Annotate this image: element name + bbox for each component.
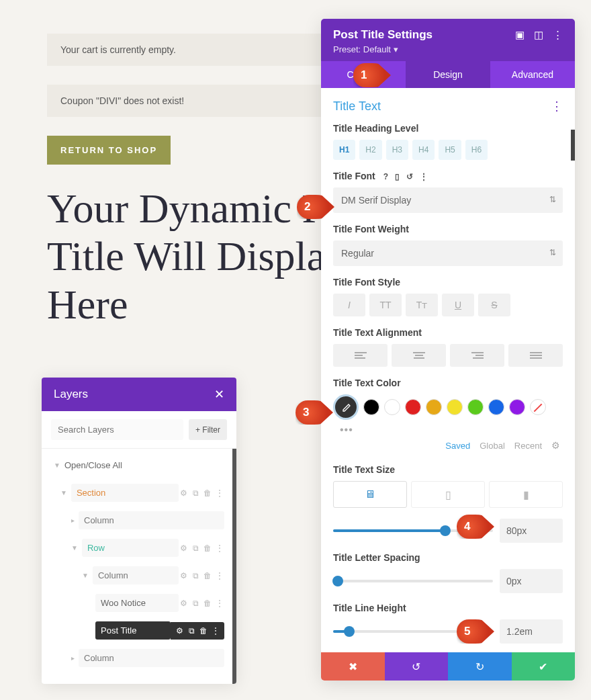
layers-panel: Layers ✕ + Filter ▼ Open/Close All ▼ Sec… bbox=[42, 378, 236, 684]
undo-button[interactable]: ↺ bbox=[385, 652, 449, 681]
layer-row[interactable]: ▼ Row ⚙⧉🗑⋮ bbox=[51, 534, 227, 562]
color-swatch[interactable] bbox=[467, 399, 484, 415]
settings-title: Post Title Settings bbox=[333, 28, 433, 42]
spacing-input[interactable] bbox=[500, 569, 563, 593]
gear-icon[interactable]: ⚙ bbox=[175, 626, 184, 636]
color-tab-saved[interactable]: Saved bbox=[445, 441, 470, 451]
font-label: Title Font ? ▯ ↺ ⋮ bbox=[333, 171, 563, 181]
size-label: Title Text Size bbox=[333, 464, 563, 475]
align-center-button[interactable] bbox=[392, 344, 446, 367]
layer-column[interactable]: ▸ Column bbox=[51, 507, 227, 534]
layer-column[interactable]: ▼ Column ⚙⧉🗑⋮ bbox=[51, 562, 227, 589]
color-swatch[interactable] bbox=[509, 399, 525, 415]
duplicate-icon[interactable]: ⧉ bbox=[191, 571, 200, 580]
cancel-button[interactable]: ✖ bbox=[321, 652, 385, 681]
italic-button[interactable]: I bbox=[333, 294, 365, 316]
heading-level-label: Title Heading Level bbox=[333, 123, 563, 134]
save-button[interactable]: ✔ bbox=[512, 652, 576, 681]
size-input[interactable] bbox=[500, 519, 563, 543]
layer-label: Row bbox=[82, 539, 179, 557]
tab-advanced[interactable]: Advanced bbox=[490, 61, 575, 88]
color-label: Title Text Color bbox=[333, 378, 563, 388]
color-swatch[interactable] bbox=[384, 399, 400, 415]
heading-h5[interactable]: H5 bbox=[439, 140, 461, 160]
trash-icon[interactable]: 🗑 bbox=[203, 599, 212, 608]
color-swatch[interactable] bbox=[426, 399, 442, 415]
align-right-button[interactable] bbox=[450, 344, 504, 367]
uppercase-button[interactable]: TT bbox=[369, 294, 402, 316]
more-icon[interactable]: ⋮ bbox=[215, 488, 224, 498]
tab-design[interactable]: Design bbox=[406, 61, 490, 88]
layers-filter-button[interactable]: + Filter bbox=[189, 419, 227, 440]
lineheight-label: Title Line Height bbox=[333, 603, 563, 613]
trash-icon[interactable]: 🗑 bbox=[203, 543, 212, 553]
trash-icon[interactable]: 🗑 bbox=[199, 626, 208, 636]
color-swatch[interactable] bbox=[447, 399, 463, 415]
align-label: Title Text Alignment bbox=[333, 327, 563, 338]
more-icon[interactable]: ⋮ bbox=[215, 571, 224, 580]
align-justify-button[interactable] bbox=[508, 344, 563, 367]
color-none[interactable] bbox=[530, 399, 546, 415]
section-title-text[interactable]: Title Text bbox=[333, 99, 381, 114]
spacing-slider[interactable] bbox=[333, 580, 493, 582]
align-left-button[interactable] bbox=[333, 344, 388, 367]
gear-icon[interactable]: ⚙ bbox=[179, 599, 188, 608]
color-swatch[interactable] bbox=[363, 399, 379, 415]
duplicate-icon[interactable]: ⧉ bbox=[191, 488, 200, 498]
color-tab-recent[interactable]: Recent bbox=[514, 441, 542, 451]
return-to-shop-button[interactable]: RETURN TO SHOP bbox=[47, 136, 171, 165]
gear-icon[interactable]: ⚙ bbox=[179, 571, 188, 580]
more-icon[interactable]: ⋮ bbox=[420, 172, 428, 181]
duplicate-icon[interactable]: ⧉ bbox=[191, 599, 200, 608]
gear-icon[interactable]: ⚙ bbox=[551, 440, 560, 451]
gear-icon[interactable]: ⚙ bbox=[179, 488, 188, 498]
heading-h1[interactable]: H1 bbox=[333, 140, 355, 160]
open-close-label: Open/Close All bbox=[64, 460, 122, 470]
more-icon[interactable]: ⋮ bbox=[553, 29, 563, 41]
columns-icon[interactable]: ◫ bbox=[534, 29, 543, 41]
layer-column[interactable]: ▸ Column bbox=[51, 644, 227, 672]
color-swatch[interactable] bbox=[488, 399, 504, 415]
layer-post-title[interactable]: Post Title ⚙⧉🗑⋮ bbox=[51, 617, 227, 644]
more-icon[interactable]: ⋮ bbox=[215, 543, 224, 553]
spacing-label: Title Letter Spacing bbox=[333, 552, 563, 563]
device-icon[interactable]: ▯ bbox=[395, 172, 400, 181]
heading-h4[interactable]: H4 bbox=[412, 140, 435, 160]
layer-label: Post Title bbox=[95, 621, 171, 640]
redo-button[interactable]: ↻ bbox=[448, 652, 512, 681]
weight-label: Title Font Weight bbox=[333, 224, 563, 234]
more-icon[interactable]: ⋮ bbox=[211, 626, 220, 636]
open-close-all[interactable]: ▼ Open/Close All bbox=[51, 455, 227, 475]
heading-h2[interactable]: H2 bbox=[359, 140, 381, 160]
font-select[interactable]: DM Serif Display bbox=[333, 187, 563, 213]
device-desktop[interactable]: 🖥 bbox=[333, 481, 407, 508]
duplicate-icon[interactable]: ⧉ bbox=[187, 626, 196, 636]
duplicate-icon[interactable]: ⧉ bbox=[191, 543, 200, 553]
color-tab-global[interactable]: Global bbox=[480, 441, 505, 451]
weight-select[interactable]: Regular bbox=[333, 240, 563, 266]
layers-search-input[interactable] bbox=[51, 419, 183, 440]
lineheight-input[interactable] bbox=[500, 619, 563, 644]
more-colors-icon[interactable]: ••• bbox=[333, 424, 563, 436]
strikethrough-button[interactable]: S bbox=[478, 294, 510, 316]
section-menu-icon[interactable]: ⋮ bbox=[551, 99, 563, 114]
eyedropper-button[interactable] bbox=[333, 394, 359, 420]
trash-icon[interactable]: 🗑 bbox=[203, 571, 212, 580]
expand-icon[interactable]: ▣ bbox=[515, 29, 525, 41]
heading-h3[interactable]: H3 bbox=[386, 140, 408, 160]
preset-selector[interactable]: Preset: Default ▾ bbox=[333, 44, 563, 54]
help-icon[interactable]: ? bbox=[383, 172, 388, 181]
underline-button[interactable]: U bbox=[442, 294, 474, 316]
device-phone[interactable]: ▮ bbox=[489, 481, 563, 508]
device-tablet[interactable]: ▯ bbox=[411, 481, 485, 508]
close-icon[interactable]: ✕ bbox=[214, 387, 224, 402]
more-icon[interactable]: ⋮ bbox=[215, 599, 224, 608]
smallcaps-button[interactable]: Tᴛ bbox=[406, 294, 438, 316]
color-swatch[interactable] bbox=[405, 399, 421, 415]
reset-icon[interactable]: ↺ bbox=[406, 172, 413, 181]
layer-woo-notice[interactable]: Woo Notice ⚙⧉🗑⋮ bbox=[51, 589, 227, 617]
trash-icon[interactable]: 🗑 bbox=[203, 488, 212, 498]
layer-section[interactable]: ▼ Section ⚙⧉🗑⋮ bbox=[51, 479, 227, 507]
gear-icon[interactable]: ⚙ bbox=[179, 543, 188, 553]
heading-h6[interactable]: H6 bbox=[465, 140, 488, 160]
